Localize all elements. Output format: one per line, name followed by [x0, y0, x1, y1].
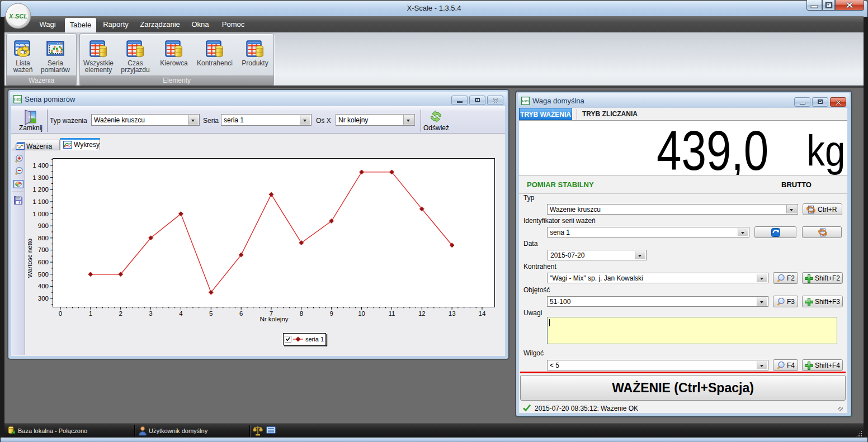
svg-text:12: 12 [418, 310, 426, 317]
svg-text:900: 900 [38, 222, 49, 229]
svg-text:6: 6 [239, 310, 243, 317]
svg-text:600: 600 [38, 259, 49, 265]
svg-text:10: 10 [358, 310, 365, 317]
svg-text:300: 300 [38, 295, 49, 302]
svg-text:13: 13 [449, 310, 456, 317]
svg-text:Wartość netto: Wartość netto [28, 239, 33, 278]
svg-text:1: 1 [89, 310, 92, 317]
svg-text:4: 4 [179, 310, 183, 317]
svg-text:1 100: 1 100 [32, 198, 49, 205]
svg-text:1 400: 1 400 [32, 162, 49, 169]
svg-text:seria 1: seria 1 [305, 336, 324, 343]
svg-text:3: 3 [149, 310, 152, 317]
svg-text:X-SCL: X-SCL [8, 13, 27, 20]
svg-text:14: 14 [479, 310, 486, 317]
svg-text:1 300: 1 300 [32, 174, 49, 181]
svg-text:5: 5 [209, 310, 213, 317]
svg-text:0: 0 [59, 310, 62, 317]
svg-text:Nr kolejny: Nr kolejny [260, 316, 288, 322]
svg-text:2: 2 [119, 310, 122, 317]
svg-text:9: 9 [330, 310, 333, 317]
svg-text:800: 800 [38, 235, 49, 241]
svg-text:8: 8 [300, 310, 303, 317]
svg-text:700: 700 [38, 246, 49, 253]
svg-text:500: 500 [38, 271, 49, 278]
svg-text:1 000: 1 000 [32, 211, 49, 217]
svg-text:X-SCL: X-SCL [522, 100, 530, 103]
svg-text:X-SCL: X-SCL [14, 98, 22, 101]
svg-text:1 200: 1 200 [32, 186, 49, 193]
svg-text:11: 11 [388, 310, 395, 317]
svg-text:400: 400 [38, 283, 49, 289]
